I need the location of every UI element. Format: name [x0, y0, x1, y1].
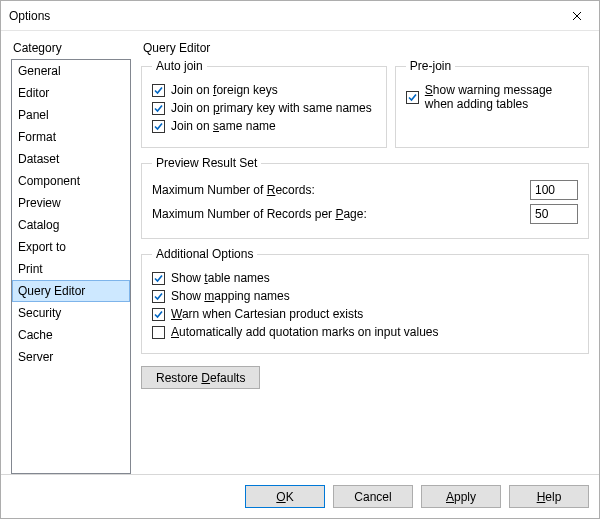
chk-join-foreign-keys[interactable]: Join on foreign keys [152, 83, 376, 97]
input-max-records-per-page[interactable] [530, 204, 578, 224]
titlebar: Options [1, 1, 599, 31]
category-item[interactable]: Cache [12, 324, 130, 346]
category-item[interactable]: Catalog [12, 214, 130, 236]
chk-label: Warn when Cartesian product exists [171, 307, 363, 321]
dialog-body: Category GeneralEditorPanelFormatDataset… [1, 31, 599, 474]
checkbox-icon [406, 91, 419, 104]
chk-join-primary-same-name[interactable]: Join on primary key with same names [152, 101, 376, 115]
chk-label: Join on primary key with same names [171, 101, 372, 115]
row-max-records-per-page: Maximum Number of Records per Page: [152, 204, 578, 224]
category-list[interactable]: GeneralEditorPanelFormatDatasetComponent… [11, 59, 131, 474]
close-icon[interactable] [554, 1, 599, 30]
category-item[interactable]: General [12, 60, 130, 82]
category-item[interactable]: Panel [12, 104, 130, 126]
chk-label: Automatically add quotation marks on inp… [171, 325, 439, 339]
chk-auto-quote-input[interactable]: Automatically add quotation marks on inp… [152, 325, 578, 339]
chk-join-same-name[interactable]: Join on same name [152, 119, 376, 133]
checkbox-icon [152, 308, 165, 321]
label-max-records: Maximum Number of Records: [152, 183, 530, 197]
help-button[interactable]: Help [509, 485, 589, 508]
ok-button[interactable]: OK [245, 485, 325, 508]
apply-button[interactable]: Apply [421, 485, 501, 508]
ok-label: OK [276, 490, 293, 504]
chk-show-mapping-names[interactable]: Show mapping names [152, 289, 578, 303]
category-item[interactable]: Component [12, 170, 130, 192]
apply-label: Apply [446, 490, 476, 504]
category-label: Category [11, 41, 131, 59]
checkbox-icon [152, 290, 165, 303]
category-item[interactable]: Print [12, 258, 130, 280]
chk-label: Join on foreign keys [171, 83, 278, 97]
group-pre-join-legend: Pre-join [406, 59, 455, 73]
cancel-label: Cancel [354, 490, 391, 504]
label-max-records-per-page: Maximum Number of Records per Page: [152, 207, 530, 221]
chk-warn-adding-tables[interactable]: Show warning message when adding tables [406, 83, 578, 111]
top-group-row: Auto join Join on foreign keys Join on p… [141, 59, 589, 156]
category-item[interactable]: Editor [12, 82, 130, 104]
checkbox-icon [152, 326, 165, 339]
category-item[interactable]: Dataset [12, 148, 130, 170]
category-item[interactable]: Export to [12, 236, 130, 258]
chk-show-table-names[interactable]: Show table names [152, 271, 578, 285]
category-item[interactable]: Query Editor [12, 280, 130, 302]
help-label: Help [537, 490, 562, 504]
window-title: Options [9, 9, 554, 23]
group-pre-join: Pre-join Show warning message when addin… [395, 59, 589, 148]
group-auto-join: Auto join Join on foreign keys Join on p… [141, 59, 387, 148]
category-item[interactable]: Format [12, 126, 130, 148]
restore-row: Restore Defaults [141, 366, 589, 389]
group-additional-legend: Additional Options [152, 247, 257, 261]
group-preview-legend: Preview Result Set [152, 156, 261, 170]
group-preview-result-set: Preview Result Set Maximum Number of Rec… [141, 156, 589, 239]
category-item[interactable]: Server [12, 346, 130, 368]
checkbox-icon [152, 120, 165, 133]
row-max-records: Maximum Number of Records: [152, 180, 578, 200]
group-additional-options: Additional Options Show table names Show… [141, 247, 589, 354]
chk-label: Show table names [171, 271, 270, 285]
input-max-records[interactable] [530, 180, 578, 200]
checkbox-icon [152, 102, 165, 115]
settings-panel: Query Editor Auto join Join on foreign k… [141, 41, 589, 474]
restore-defaults-button[interactable]: Restore Defaults [141, 366, 260, 389]
checkbox-icon [152, 272, 165, 285]
category-column: Category GeneralEditorPanelFormatDataset… [11, 41, 131, 474]
group-auto-join-legend: Auto join [152, 59, 207, 73]
cancel-button[interactable]: Cancel [333, 485, 413, 508]
checkbox-icon [152, 84, 165, 97]
chk-warn-cartesian[interactable]: Warn when Cartesian product exists [152, 307, 578, 321]
options-dialog: Options Category GeneralEditorPanelForma… [0, 0, 600, 519]
dialog-footer: OK Cancel Apply Help [1, 474, 599, 518]
category-item[interactable]: Security [12, 302, 130, 324]
chk-label: Show warning message when adding tables [425, 83, 578, 111]
restore-defaults-label: Restore Defaults [156, 371, 245, 385]
page-title: Query Editor [141, 41, 589, 59]
chk-label: Join on same name [171, 119, 276, 133]
category-item[interactable]: Preview [12, 192, 130, 214]
chk-label: Show mapping names [171, 289, 290, 303]
